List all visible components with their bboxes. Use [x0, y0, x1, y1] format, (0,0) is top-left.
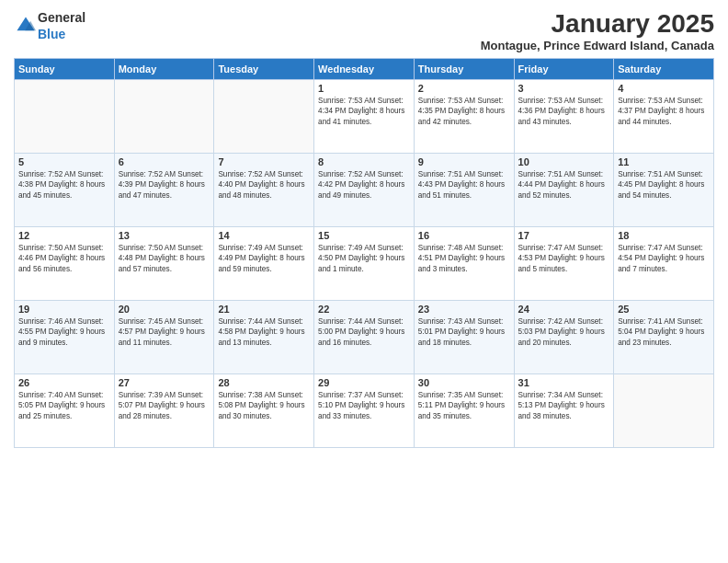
day-info: Sunrise: 7:48 AM Sunset: 4:51 PM Dayligh…: [418, 243, 510, 274]
day-info: Sunrise: 7:53 AM Sunset: 4:34 PM Dayligh…: [318, 96, 410, 127]
day-cell: 9Sunrise: 7:51 AM Sunset: 4:43 PM Daylig…: [414, 154, 514, 227]
logo: General Blue: [14, 9, 85, 42]
title-block: January 2025 Montague, Prince Edward Isl…: [481, 9, 714, 52]
day-info: Sunrise: 7:47 AM Sunset: 4:53 PM Dayligh…: [518, 243, 610, 274]
day-cell: 16Sunrise: 7:48 AM Sunset: 4:51 PM Dayli…: [414, 227, 514, 301]
day-cell: 22Sunrise: 7:44 AM Sunset: 5:00 PM Dayli…: [314, 301, 415, 374]
day-number: 1: [318, 83, 410, 94]
day-number: 20: [119, 304, 210, 315]
day-number: 11: [618, 156, 710, 167]
day-info: Sunrise: 7:43 AM Sunset: 5:01 PM Dayligh…: [418, 316, 510, 348]
day-cell: 8Sunrise: 7:52 AM Sunset: 4:42 PM Daylig…: [314, 154, 415, 227]
day-cell: 5Sunrise: 7:52 AM Sunset: 4:38 PM Daylig…: [15, 154, 115, 227]
day-cell: 25Sunrise: 7:41 AM Sunset: 5:04 PM Dayli…: [614, 301, 714, 374]
day-info: Sunrise: 7:52 AM Sunset: 4:39 PM Dayligh…: [119, 169, 210, 201]
day-cell: 15Sunrise: 7:49 AM Sunset: 4:50 PM Dayli…: [314, 227, 415, 301]
day-number: 30: [418, 377, 510, 388]
location-title: Montague, Prince Edward Island, Canada: [481, 39, 714, 52]
page: General Blue January 2025 Montague, Prin…: [0, 0, 728, 563]
day-info: Sunrise: 7:41 AM Sunset: 5:04 PM Dayligh…: [618, 316, 710, 348]
day-cell: 28Sunrise: 7:38 AM Sunset: 5:08 PM Dayli…: [214, 374, 314, 448]
day-number: 13: [119, 230, 210, 241]
day-info: Sunrise: 7:49 AM Sunset: 4:50 PM Dayligh…: [318, 243, 410, 274]
col-thursday: Thursday: [414, 59, 514, 80]
day-info: Sunrise: 7:47 AM Sunset: 4:54 PM Dayligh…: [618, 243, 710, 274]
day-info: Sunrise: 7:52 AM Sunset: 4:42 PM Dayligh…: [318, 169, 410, 201]
day-number: 31: [518, 377, 610, 388]
day-cell: 23Sunrise: 7:43 AM Sunset: 5:01 PM Dayli…: [414, 301, 514, 374]
day-cell: 11Sunrise: 7:51 AM Sunset: 4:45 PM Dayli…: [614, 154, 714, 227]
day-cell: 18Sunrise: 7:47 AM Sunset: 4:54 PM Dayli…: [614, 227, 714, 301]
day-info: Sunrise: 7:52 AM Sunset: 4:38 PM Dayligh…: [18, 169, 110, 201]
day-number: 29: [318, 377, 410, 388]
day-cell: 31Sunrise: 7:34 AM Sunset: 5:13 PM Dayli…: [514, 374, 614, 448]
day-info: Sunrise: 7:40 AM Sunset: 5:05 PM Dayligh…: [18, 390, 110, 421]
day-cell: 1Sunrise: 7:53 AM Sunset: 4:34 PM Daylig…: [314, 80, 415, 154]
month-title: January 2025: [481, 9, 714, 39]
header: General Blue January 2025 Montague, Prin…: [14, 9, 714, 52]
logo-general: General: [38, 10, 85, 25]
day-info: Sunrise: 7:35 AM Sunset: 5:11 PM Dayligh…: [418, 390, 510, 421]
day-number: 17: [518, 230, 610, 241]
day-cell: 24Sunrise: 7:42 AM Sunset: 5:03 PM Dayli…: [514, 301, 614, 374]
day-info: Sunrise: 7:53 AM Sunset: 4:37 PM Dayligh…: [618, 96, 710, 127]
day-info: Sunrise: 7:42 AM Sunset: 5:03 PM Dayligh…: [518, 316, 610, 348]
header-row: Sunday Monday Tuesday Wednesday Thursday…: [15, 59, 714, 80]
day-number: 12: [18, 230, 110, 241]
day-number: 3: [518, 83, 610, 94]
col-monday: Monday: [114, 59, 214, 80]
col-saturday: Saturday: [614, 59, 714, 80]
day-number: 19: [18, 304, 110, 315]
day-info: Sunrise: 7:49 AM Sunset: 4:49 PM Dayligh…: [218, 243, 310, 274]
day-info: Sunrise: 7:51 AM Sunset: 4:44 PM Dayligh…: [518, 169, 610, 201]
week-row-3: 19Sunrise: 7:46 AM Sunset: 4:55 PM Dayli…: [15, 301, 714, 374]
logo-text: General Blue: [38, 9, 85, 42]
day-cell: 14Sunrise: 7:49 AM Sunset: 4:49 PM Dayli…: [214, 227, 314, 301]
day-cell: [614, 374, 714, 448]
day-number: 8: [318, 156, 410, 167]
day-number: 28: [218, 377, 310, 388]
day-cell: 2Sunrise: 7:53 AM Sunset: 4:35 PM Daylig…: [414, 80, 514, 154]
day-info: Sunrise: 7:52 AM Sunset: 4:40 PM Dayligh…: [218, 169, 310, 201]
day-cell: 7Sunrise: 7:52 AM Sunset: 4:40 PM Daylig…: [214, 154, 314, 227]
day-info: Sunrise: 7:39 AM Sunset: 5:07 PM Dayligh…: [119, 390, 210, 421]
day-number: 21: [218, 304, 310, 315]
day-number: 16: [418, 230, 510, 241]
day-cell: 10Sunrise: 7:51 AM Sunset: 4:44 PM Dayli…: [514, 154, 614, 227]
week-row-1: 5Sunrise: 7:52 AM Sunset: 4:38 PM Daylig…: [15, 154, 714, 227]
day-info: Sunrise: 7:50 AM Sunset: 4:48 PM Dayligh…: [119, 243, 210, 274]
day-number: 25: [618, 304, 710, 315]
day-number: 24: [518, 304, 610, 315]
day-info: Sunrise: 7:50 AM Sunset: 4:46 PM Dayligh…: [18, 243, 110, 274]
day-number: 2: [418, 83, 510, 94]
day-info: Sunrise: 7:51 AM Sunset: 4:45 PM Dayligh…: [618, 169, 710, 201]
day-number: 22: [318, 304, 410, 315]
day-number: 6: [119, 156, 210, 167]
day-cell: [114, 80, 214, 154]
day-info: Sunrise: 7:38 AM Sunset: 5:08 PM Dayligh…: [218, 390, 310, 421]
day-info: Sunrise: 7:45 AM Sunset: 4:57 PM Dayligh…: [119, 316, 210, 348]
col-wednesday: Wednesday: [314, 59, 415, 80]
week-row-4: 26Sunrise: 7:40 AM Sunset: 5:05 PM Dayli…: [15, 374, 714, 448]
logo-icon: [16, 16, 36, 36]
day-cell: 17Sunrise: 7:47 AM Sunset: 4:53 PM Dayli…: [514, 227, 614, 301]
day-cell: 3Sunrise: 7:53 AM Sunset: 4:36 PM Daylig…: [514, 80, 614, 154]
week-row-2: 12Sunrise: 7:50 AM Sunset: 4:46 PM Dayli…: [15, 227, 714, 301]
col-tuesday: Tuesday: [214, 59, 314, 80]
day-cell: 21Sunrise: 7:44 AM Sunset: 4:58 PM Dayli…: [214, 301, 314, 374]
day-info: Sunrise: 7:53 AM Sunset: 4:35 PM Dayligh…: [418, 96, 510, 127]
day-cell: 6Sunrise: 7:52 AM Sunset: 4:39 PM Daylig…: [114, 154, 214, 227]
day-number: 5: [18, 156, 110, 167]
day-cell: [214, 80, 314, 154]
day-number: 23: [418, 304, 510, 315]
day-cell: 12Sunrise: 7:50 AM Sunset: 4:46 PM Dayli…: [15, 227, 115, 301]
col-sunday: Sunday: [15, 59, 115, 80]
day-number: 14: [218, 230, 310, 241]
day-cell: 4Sunrise: 7:53 AM Sunset: 4:37 PM Daylig…: [614, 80, 714, 154]
logo-blue: Blue: [38, 27, 65, 41]
day-number: 26: [18, 377, 110, 388]
day-info: Sunrise: 7:44 AM Sunset: 4:58 PM Dayligh…: [218, 316, 310, 348]
day-number: 4: [618, 83, 710, 94]
day-number: 7: [218, 156, 310, 167]
day-number: 27: [119, 377, 210, 388]
